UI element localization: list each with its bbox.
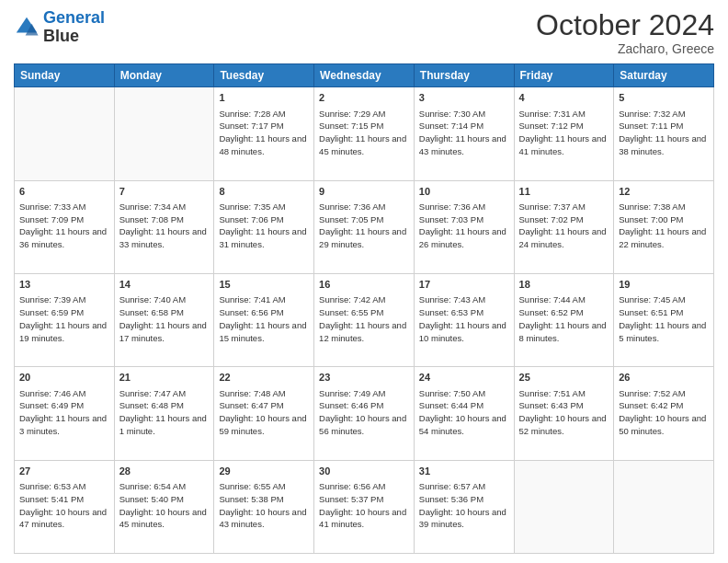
day-of-week-friday: Friday (514, 64, 614, 87)
calendar-cell: 20Sunrise: 7:46 AM Sunset: 6:49 PM Dayli… (15, 367, 115, 460)
calendar-cell (15, 87, 115, 180)
day-number: 1 (219, 91, 309, 105)
day-number: 3 (419, 91, 509, 105)
day-number: 6 (19, 185, 109, 199)
header: General Blue October 2024 Zacharo, Greec… (14, 9, 714, 56)
day-number: 18 (519, 278, 609, 292)
day-of-week-monday: Monday (114, 64, 214, 87)
day-info: Sunrise: 7:50 AM Sunset: 6:44 PM Dayligh… (419, 387, 509, 438)
day-info: Sunrise: 7:39 AM Sunset: 6:59 PM Dayligh… (19, 293, 109, 344)
day-info: Sunrise: 6:55 AM Sunset: 5:38 PM Dayligh… (219, 480, 309, 531)
day-info: Sunrise: 7:51 AM Sunset: 6:43 PM Dayligh… (519, 387, 609, 438)
logo: General Blue (14, 9, 105, 46)
day-info: Sunrise: 7:43 AM Sunset: 6:53 PM Dayligh… (419, 293, 509, 344)
title-block: October 2024 Zacharo, Greece (536, 9, 714, 56)
calendar-week-4: 20Sunrise: 7:46 AM Sunset: 6:49 PM Dayli… (15, 367, 714, 460)
calendar-week-1: 1Sunrise: 7:28 AM Sunset: 7:17 PM Daylig… (15, 87, 714, 180)
day-info: Sunrise: 7:31 AM Sunset: 7:12 PM Dayligh… (519, 108, 609, 158)
day-of-week-tuesday: Tuesday (214, 64, 314, 87)
day-info: Sunrise: 6:54 AM Sunset: 5:40 PM Dayligh… (119, 480, 210, 531)
calendar-cell (514, 460, 614, 553)
calendar-cell: 10Sunrise: 7:36 AM Sunset: 7:03 PM Dayli… (414, 180, 514, 273)
day-info: Sunrise: 7:32 AM Sunset: 7:11 PM Dayligh… (619, 108, 709, 158)
calendar-cell: 18Sunrise: 7:44 AM Sunset: 6:52 PM Dayli… (514, 273, 614, 366)
day-info: Sunrise: 7:40 AM Sunset: 6:58 PM Dayligh… (119, 293, 210, 344)
calendar-week-3: 13Sunrise: 7:39 AM Sunset: 6:59 PM Dayli… (15, 273, 714, 366)
logo-text: General Blue (43, 9, 105, 46)
day-number: 5 (619, 91, 709, 105)
day-number: 10 (419, 185, 509, 199)
calendar-cell: 25Sunrise: 7:51 AM Sunset: 6:43 PM Dayli… (514, 367, 614, 460)
calendar-cell (614, 460, 714, 553)
calendar-cell: 12Sunrise: 7:38 AM Sunset: 7:00 PM Dayli… (614, 180, 714, 273)
calendar-cell: 29Sunrise: 6:55 AM Sunset: 5:38 PM Dayli… (214, 460, 314, 553)
day-info: Sunrise: 7:47 AM Sunset: 6:48 PM Dayligh… (119, 387, 210, 438)
day-number: 8 (219, 185, 309, 199)
day-number: 20 (19, 371, 109, 385)
day-number: 26 (619, 371, 709, 385)
day-number: 13 (19, 278, 109, 292)
calendar-cell: 31Sunrise: 6:57 AM Sunset: 5:36 PM Dayli… (414, 460, 514, 553)
day-number: 15 (219, 278, 309, 292)
day-number: 12 (619, 185, 709, 199)
calendar-cell: 7Sunrise: 7:34 AM Sunset: 7:08 PM Daylig… (114, 180, 214, 273)
day-number: 24 (419, 371, 509, 385)
calendar-cell: 15Sunrise: 7:41 AM Sunset: 6:56 PM Dayli… (214, 273, 314, 366)
day-number: 2 (319, 91, 409, 105)
day-number: 7 (119, 185, 210, 199)
calendar-cell: 3Sunrise: 7:30 AM Sunset: 7:14 PM Daylig… (414, 87, 514, 180)
day-info: Sunrise: 7:49 AM Sunset: 6:46 PM Dayligh… (319, 387, 409, 438)
day-info: Sunrise: 7:28 AM Sunset: 7:17 PM Dayligh… (219, 108, 309, 158)
day-number: 21 (119, 371, 210, 385)
day-info: Sunrise: 7:48 AM Sunset: 6:47 PM Dayligh… (219, 387, 309, 438)
day-info: Sunrise: 7:44 AM Sunset: 6:52 PM Dayligh… (519, 293, 609, 344)
calendar-cell: 16Sunrise: 7:42 AM Sunset: 6:55 PM Dayli… (314, 273, 415, 366)
day-info: Sunrise: 7:37 AM Sunset: 7:02 PM Dayligh… (519, 201, 609, 251)
calendar-cell: 21Sunrise: 7:47 AM Sunset: 6:48 PM Dayli… (114, 367, 214, 460)
calendar: SundayMondayTuesdayWednesdayThursdayFrid… (14, 63, 714, 554)
day-number: 4 (519, 91, 609, 105)
calendar-cell: 8Sunrise: 7:35 AM Sunset: 7:06 PM Daylig… (214, 180, 314, 273)
day-info: Sunrise: 7:45 AM Sunset: 6:51 PM Dayligh… (619, 293, 709, 344)
month-title: October 2024 (536, 9, 714, 41)
day-of-week-saturday: Saturday (614, 64, 714, 87)
calendar-cell: 24Sunrise: 7:50 AM Sunset: 6:44 PM Dayli… (414, 367, 514, 460)
calendar-body: 1Sunrise: 7:28 AM Sunset: 7:17 PM Daylig… (15, 87, 714, 554)
day-of-week-wednesday: Wednesday (314, 64, 415, 87)
day-number: 31 (419, 465, 509, 478)
calendar-cell: 23Sunrise: 7:49 AM Sunset: 6:46 PM Dayli… (314, 367, 415, 460)
day-info: Sunrise: 7:33 AM Sunset: 7:09 PM Dayligh… (19, 201, 109, 251)
calendar-cell: 1Sunrise: 7:28 AM Sunset: 7:17 PM Daylig… (214, 87, 314, 180)
day-info: Sunrise: 7:35 AM Sunset: 7:06 PM Dayligh… (219, 201, 309, 251)
day-number: 27 (19, 465, 109, 478)
day-number: 17 (419, 278, 509, 292)
page: General Blue October 2024 Zacharo, Greec… (0, 0, 728, 563)
calendar-cell: 30Sunrise: 6:56 AM Sunset: 5:37 PM Dayli… (314, 460, 415, 553)
location: Zacharo, Greece (536, 41, 714, 56)
day-info: Sunrise: 6:56 AM Sunset: 5:37 PM Dayligh… (319, 480, 409, 531)
day-number: 29 (219, 465, 309, 478)
day-number: 25 (519, 371, 609, 385)
day-info: Sunrise: 7:52 AM Sunset: 6:42 PM Dayligh… (619, 387, 709, 438)
day-info: Sunrise: 7:42 AM Sunset: 6:55 PM Dayligh… (319, 293, 409, 344)
day-number: 30 (319, 465, 409, 478)
day-info: Sunrise: 7:29 AM Sunset: 7:15 PM Dayligh… (319, 108, 409, 158)
calendar-week-2: 6Sunrise: 7:33 AM Sunset: 7:09 PM Daylig… (15, 180, 714, 273)
day-number: 28 (119, 465, 210, 478)
calendar-cell: 27Sunrise: 6:53 AM Sunset: 5:41 PM Dayli… (15, 460, 115, 553)
day-number: 9 (319, 185, 409, 199)
calendar-header-row: SundayMondayTuesdayWednesdayThursdayFrid… (15, 64, 714, 87)
day-number: 16 (319, 278, 409, 292)
day-info: Sunrise: 7:34 AM Sunset: 7:08 PM Dayligh… (119, 201, 210, 251)
day-number: 19 (619, 278, 709, 292)
day-info: Sunrise: 6:57 AM Sunset: 5:36 PM Dayligh… (419, 480, 509, 531)
day-info: Sunrise: 6:53 AM Sunset: 5:41 PM Dayligh… (19, 480, 109, 531)
day-info: Sunrise: 7:36 AM Sunset: 7:03 PM Dayligh… (419, 201, 509, 251)
calendar-cell: 26Sunrise: 7:52 AM Sunset: 6:42 PM Dayli… (614, 367, 714, 460)
calendar-cell: 9Sunrise: 7:36 AM Sunset: 7:05 PM Daylig… (314, 180, 415, 273)
day-info: Sunrise: 7:41 AM Sunset: 6:56 PM Dayligh… (219, 293, 309, 344)
day-number: 14 (119, 278, 210, 292)
calendar-cell: 5Sunrise: 7:32 AM Sunset: 7:11 PM Daylig… (614, 87, 714, 180)
calendar-week-5: 27Sunrise: 6:53 AM Sunset: 5:41 PM Dayli… (15, 460, 714, 553)
calendar-cell: 22Sunrise: 7:48 AM Sunset: 6:47 PM Dayli… (214, 367, 314, 460)
